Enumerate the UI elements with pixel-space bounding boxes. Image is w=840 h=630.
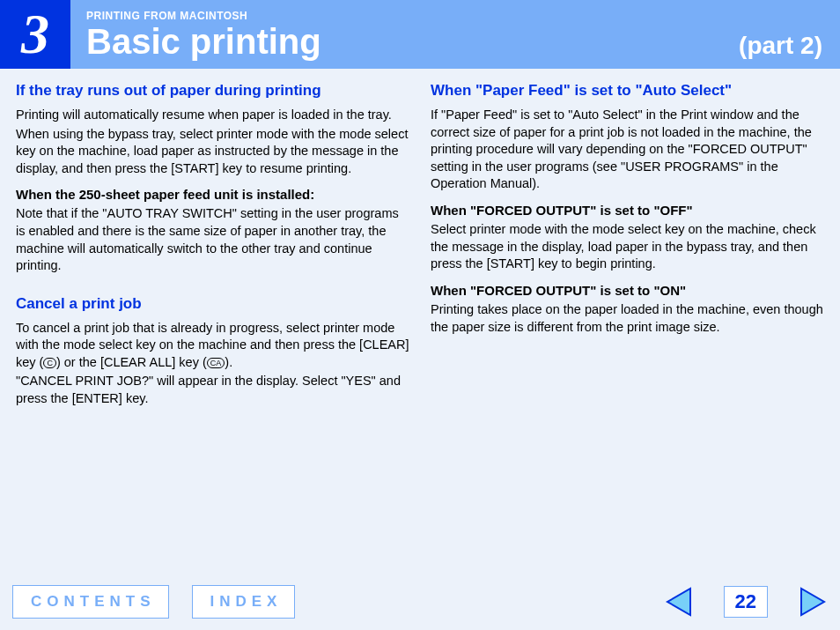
index-button[interactable]: INDEX <box>192 585 296 619</box>
svg-marker-1 <box>801 589 824 615</box>
page-title: Basic printing <box>86 24 739 59</box>
page-number: 22 <box>724 586 768 618</box>
next-page-button[interactable] <box>798 587 828 617</box>
body-text: If "Paper Feed" is set to "Auto Select" … <box>431 107 824 193</box>
breadcrumb: PRINTING FROM MACINTOSH <box>86 10 739 22</box>
arrow-left-icon <box>664 587 694 617</box>
content-area: If the tray runs out of paper during pri… <box>0 69 840 409</box>
body-text: Note that if the "AUTO TRAY SWITCH" sett… <box>16 205 409 274</box>
subheading-forced-off: When "FORCED OUTPUT" is set to "OFF" <box>431 202 824 219</box>
part-label: (part 2) <box>739 0 840 69</box>
right-column: When "Paper Feed" is set to "Auto Select… <box>431 81 824 409</box>
heading-cancel-job: Cancel a print job <box>16 294 409 315</box>
body-text: Printing will automatically resume when … <box>16 107 409 124</box>
contents-button[interactable]: CONTENTS <box>12 585 169 619</box>
clear-key-icon: C <box>43 358 56 368</box>
prev-page-button[interactable] <box>664 587 694 617</box>
body-text: When using the bypass tray, select print… <box>16 126 409 178</box>
subheading-forced-on: When "FORCED OUTPUT" is set to "ON" <box>431 282 824 300</box>
body-text-fragment: ). <box>225 355 232 369</box>
page-header: 3 PRINTING FROM MACINTOSH Basic printing… <box>0 0 840 69</box>
body-text: Select printer mode with the mode select… <box>431 221 824 273</box>
body-text-fragment: ) or the [CLEAR ALL] key ( <box>56 355 207 369</box>
arrow-right-icon <box>798 587 828 617</box>
heading-auto-select: When "Paper Feed" is set to "Auto Select… <box>431 81 824 101</box>
body-text: "CANCEL PRINT JOB?" will appear in the d… <box>16 373 409 407</box>
body-text: To cancel a print job that is already in… <box>16 320 409 372</box>
chapter-number: 3 <box>0 0 70 69</box>
clear-all-key-icon: CA <box>207 358 225 368</box>
svg-marker-0 <box>667 589 690 615</box>
body-text: Printing takes place on the paper loaded… <box>431 301 824 336</box>
subheading-250-sheet: When the 250-sheet paper feed unit is in… <box>16 186 409 204</box>
heading-tray-empty: If the tray runs out of paper during pri… <box>16 81 409 101</box>
footer-nav: CONTENTS INDEX 22 <box>0 574 840 630</box>
header-titles: PRINTING FROM MACINTOSH Basic printing <box>70 0 739 69</box>
left-column: If the tray runs out of paper during pri… <box>16 81 409 409</box>
